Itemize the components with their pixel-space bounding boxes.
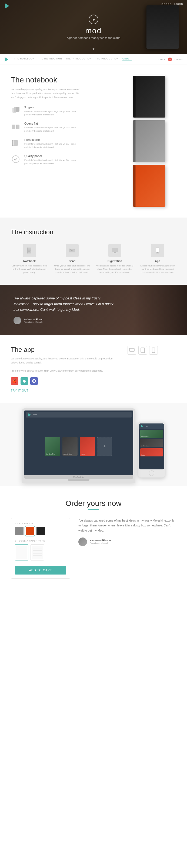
laptop-stand [68, 479, 89, 481]
hero-login-link[interactable]: LOGIN [174, 3, 183, 5]
laptop-wrapper: mod London Trip Architecture Notes + [22, 408, 135, 483]
try-arrow-icon: › [31, 389, 32, 392]
step-app-icon [151, 244, 164, 257]
step-digitization-title: Digitization [96, 260, 133, 263]
notebook-section: The notebook We care deeply about qualit… [0, 65, 187, 218]
quote-bullet: • [5, 309, 6, 312]
hero-chevron-icon[interactable]: ▾ [92, 46, 95, 51]
nav-links: The Notebook The Instruction The Introdu… [14, 58, 158, 61]
step-digitization-icon [108, 244, 121, 257]
quote-text: I've always captured some of my best ide… [13, 296, 116, 312]
svg-point-14 [12, 156, 19, 163]
notebook-orange [133, 165, 165, 207]
step-digitization: Digitization We scan and digitize it for… [96, 244, 133, 274]
order-author-name: Andrew Wilkinson [90, 539, 111, 542]
hero-section: ORDER LOGIN mod A paper notebook that sy… [0, 0, 187, 54]
hero-nav: ORDER LOGIN [161, 3, 183, 5]
add-to-cart-button[interactable]: Add to cart [15, 566, 66, 575]
order-section: Order yours now Pick a color Choose a pa… [0, 486, 187, 593]
feature-3types-icon [11, 106, 21, 115]
svg-point-36 [153, 352, 154, 352]
phone-mockup: mod London Trip Architecture Notes [138, 422, 165, 477]
laptop-screen: mod London Trip Architecture Notes + [24, 410, 133, 475]
step-app: App Access your notes from anywhere in o… [139, 244, 176, 274]
laptop-card-1: London Trip [45, 437, 60, 456]
quote-author-info: Andrew Wilkinson Founder of Metalab [24, 318, 43, 323]
feature-perfectsize-text: Perfect size Free Info Vice Bushwick syn… [24, 138, 79, 149]
color-swatch-orange[interactable] [26, 527, 34, 535]
nav-link-production[interactable]: The Production [95, 58, 119, 61]
laptop-device-icon [128, 346, 136, 354]
phone-nb-list: London Trip Architecture Notes [139, 429, 164, 458]
step-notebook-icon [23, 244, 36, 257]
feature-opensflat-icon [11, 122, 21, 132]
feature-qualitypaper-text: Quality paper Free Info Vice Bushwick sy… [24, 154, 79, 165]
app-description: We care deeply about quality, and know y… [11, 357, 119, 365]
color-options [15, 527, 66, 535]
nav-cart-link[interactable]: Cart [158, 58, 165, 61]
main-navbar: The Notebook The Instruction The Introdu… [0, 54, 187, 65]
step-notebook-title: Notebook [11, 260, 48, 263]
step-send: Send Once you've filled your notebook, f… [54, 244, 91, 274]
order-quote-text: I've always captured some of my best ide… [79, 518, 176, 533]
feature-opensflat: Opens flat Free Info Vice Bushwick synth… [11, 122, 117, 133]
feature-3types-desc: Free Info Vice Bushwick synth High Life … [24, 110, 79, 117]
laptop-app-header: mod [26, 412, 132, 417]
phone-app-header: mod [139, 424, 164, 429]
svg-marker-1 [5, 57, 8, 62]
order-form-left: Pick a color Choose a paper type [11, 518, 70, 582]
step-app-title: App [139, 260, 176, 263]
mockup-section: mod London Trip Architecture Notes + [0, 403, 187, 486]
android-icon [21, 377, 28, 385]
app-title: The app [11, 346, 119, 353]
nav-link-introduction[interactable]: The Introduction [66, 58, 92, 61]
app-right-col [128, 346, 176, 392]
svg-point-34 [143, 352, 143, 352]
play-button[interactable] [89, 14, 98, 24]
quote-section: • I've always captured some of my best i… [0, 285, 187, 335]
tablet-device-icon [138, 346, 147, 354]
notebook-black [133, 76, 165, 118]
paper-options [15, 544, 66, 560]
quote-author-title: Founder of Metalab [24, 321, 43, 323]
paper-label: Choose a paper type [15, 540, 66, 542]
nav-link-order[interactable]: Order [122, 58, 132, 61]
svg-rect-4 [16, 107, 20, 112]
svg-rect-16 [27, 248, 28, 253]
svg-rect-40 [32, 546, 43, 559]
step-digitization-desc: We scan and digitize it for free within … [96, 264, 133, 274]
svg-point-26 [157, 252, 158, 253]
order-avatar [79, 537, 87, 546]
try-it-out-label: Try it out [11, 389, 28, 392]
feature-qualitypaper-desc: Free Info Vice Bushwick synth High Life … [24, 159, 79, 165]
try-it-out-button[interactable]: Try it out › [11, 389, 32, 392]
color-swatch-gray[interactable] [15, 527, 24, 535]
notebook-description: We care deeply about quality, and know y… [11, 88, 81, 99]
feature-perfectsize-desc: Free Info Vice Bushwick synth High Life … [24, 143, 79, 149]
feature-opensflat-desc: Free Info Vice Bushwick synth High Life … [24, 126, 79, 133]
nav-link-notebook[interactable]: The Notebook [14, 58, 35, 61]
web-icon [30, 377, 38, 385]
hero-order-link[interactable]: ORDER [161, 3, 172, 5]
step-send-desc: Once you've filled your notebook, find i… [54, 264, 91, 274]
app-left-col: The app We care deeply about quality, an… [11, 346, 119, 392]
phone-card-3: Notes [140, 448, 163, 457]
paper-swatch-blank[interactable] [15, 544, 28, 560]
phone-home-button[interactable] [149, 470, 154, 476]
nav-link-instruction[interactable]: The Instruction [38, 58, 62, 61]
feature-perfectsize-icon [11, 138, 21, 148]
feature-perfectsize: Perfect size Free Info Vice Bushwick syn… [11, 138, 117, 149]
step-send-title: Send [54, 260, 91, 263]
color-swatch-black[interactable] [36, 527, 45, 535]
quote-books-decoration [133, 285, 187, 335]
nav-login-link[interactable]: Login [175, 58, 183, 61]
feature-opensflat-text: Opens flat Free Info Vice Bushwick synth… [24, 122, 79, 133]
paper-swatch-lined[interactable] [31, 544, 44, 560]
hero-title: mod [67, 27, 121, 35]
order-title-underline [88, 509, 99, 510]
notebook-right-col [122, 76, 176, 207]
step-send-icon [66, 244, 79, 257]
instruction-steps: Notebook Set up your new Mod notebook. I… [11, 244, 176, 274]
svg-marker-0 [5, 3, 9, 9]
feature-3types-text: 3 types Free Info Vice Bushwick synth Hi… [24, 106, 79, 117]
